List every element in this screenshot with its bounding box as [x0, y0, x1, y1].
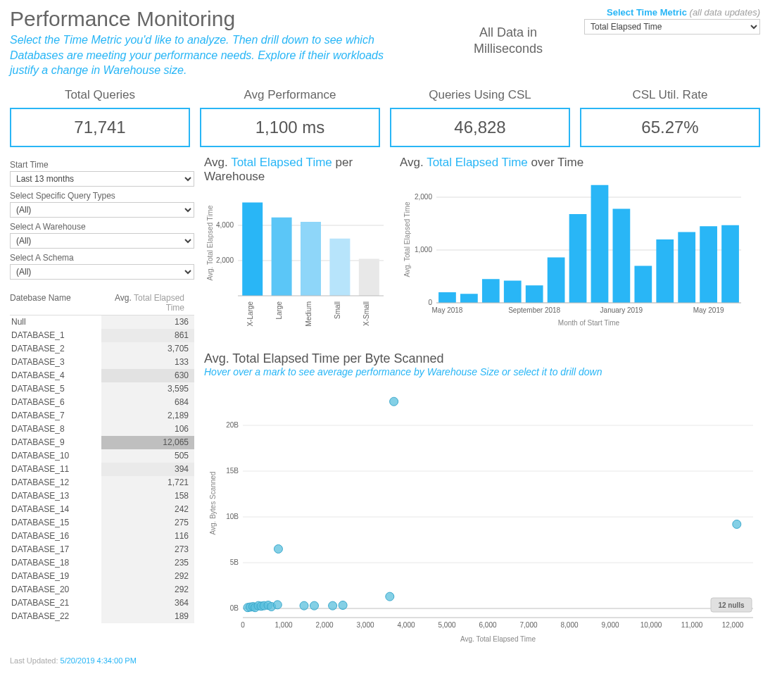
svg-text:11,000: 11,000 — [681, 621, 703, 629]
svg-rect-6 — [272, 218, 292, 296]
table-row[interactable]: DATABASE_72,189 — [10, 409, 194, 423]
svg-rect-28 — [569, 214, 587, 303]
page-subtitle: Select the Time Metric you'd like to ana… — [10, 32, 404, 78]
table-header-metric[interactable]: Avg. Total Elapsed Time — [101, 293, 194, 313]
svg-text:4,000: 4,000 — [397, 621, 415, 629]
svg-text:10B: 10B — [226, 513, 239, 520]
time-chart-title: Avg. Total Elapsed Time over Time — [400, 156, 760, 170]
svg-text:15B: 15B — [226, 467, 239, 475]
svg-point-81 — [329, 601, 337, 610]
table-row[interactable]: DATABASE_18235 — [10, 556, 194, 570]
filter-start-time-label: Start Time — [10, 160, 194, 170]
svg-text:2,000: 2,000 — [315, 621, 333, 629]
time-metric-label: Select Time Metric (all data updates) — [584, 7, 760, 18]
table-row[interactable]: DATABASE_20292 — [10, 583, 194, 596]
svg-text:5B: 5B — [230, 558, 239, 566]
svg-text:12,000: 12,000 — [722, 621, 744, 629]
table-row[interactable]: DATABASE_3133 — [10, 356, 194, 369]
svg-text:2,000: 2,000 — [216, 256, 234, 264]
svg-point-77 — [273, 601, 282, 609]
table-row[interactable]: DATABASE_23,705 — [10, 342, 194, 356]
table-row[interactable]: DATABASE_1861 — [10, 329, 194, 342]
units-hint: All Data in Milliseconds — [474, 25, 543, 56]
filter-query-types[interactable]: (All) — [10, 202, 194, 218]
svg-rect-24 — [482, 279, 500, 303]
svg-rect-12 — [359, 258, 379, 296]
time-bar-chart[interactable]: 01,0002,000May 2018September 2018January… — [400, 173, 745, 335]
filter-warehouse[interactable]: (All) — [10, 233, 194, 249]
table-row[interactable]: DATABASE_17273 — [10, 543, 194, 556]
table-header-name[interactable]: Datebase Name — [10, 293, 101, 313]
filter-query-types-label: Select Specific Query Types — [10, 191, 194, 201]
warehouse-chart-title: Avg. Total Elapsed Time per Warehouse — [204, 156, 387, 184]
filter-schema[interactable]: (All) — [10, 264, 194, 280]
time-metric-select[interactable]: Total Elapsed Time — [584, 19, 760, 35]
table-row[interactable]: DATABASE_15275 — [10, 516, 194, 530]
table-row[interactable]: DATABASE_11394 — [10, 463, 194, 476]
table-row[interactable]: Null136 — [10, 315, 194, 329]
table-row[interactable]: DATABASE_912,065 — [10, 436, 194, 449]
kpi-value-1[interactable]: 1,100 ms — [200, 108, 380, 147]
database-table-body[interactable]: Null136DATABASE_1861DATABASE_23,705DATAB… — [10, 315, 194, 636]
table-row[interactable]: DATABASE_19292 — [10, 570, 194, 583]
table-row[interactable]: DATABASE_4630 — [10, 369, 194, 382]
table-row[interactable]: DATABASE_22189 — [10, 610, 194, 623]
svg-rect-22 — [438, 292, 456, 303]
kpi-title-3: CSL Util. Rate — [580, 88, 760, 102]
svg-rect-33 — [678, 232, 695, 303]
warehouse-bar-chart[interactable]: 2,0004,000X-LargeLargeMediumSmallX-Small… — [204, 187, 387, 335]
svg-text:3,000: 3,000 — [356, 621, 374, 629]
scatter-chart[interactable]: 0B5B10B15B20B01,0002,0003,0004,0005,0006… — [204, 382, 760, 649]
svg-text:January 2019: January 2019 — [600, 306, 643, 314]
filter-start-time[interactable]: Last 13 months — [10, 171, 194, 187]
table-row[interactable]: DATABASE_10505 — [10, 449, 194, 463]
kpi-value-2[interactable]: 46,828 — [390, 108, 570, 147]
kpi-value-0[interactable]: 71,741 — [10, 108, 190, 147]
svg-text:0B: 0B — [230, 604, 239, 612]
kpi-title-1: Avg Performance — [200, 88, 380, 102]
svg-point-80 — [310, 601, 319, 610]
svg-rect-29 — [591, 185, 609, 303]
svg-rect-10 — [329, 239, 350, 296]
table-row[interactable]: DATABASE_8106 — [10, 423, 194, 436]
svg-text:0: 0 — [241, 621, 245, 629]
svg-text:Avg. Total Elapsed Time: Avg. Total Elapsed Time — [403, 201, 411, 277]
svg-text:Avg. Total Elapsed Time: Avg. Total Elapsed Time — [206, 205, 214, 280]
svg-text:Avg. Bytes Scanned: Avg. Bytes Scanned — [209, 471, 217, 535]
svg-text:Small: Small — [334, 301, 341, 319]
svg-point-84 — [390, 397, 398, 406]
svg-point-83 — [386, 592, 394, 601]
svg-rect-32 — [656, 239, 674, 303]
table-row[interactable]: DATABASE_121,721 — [10, 476, 194, 489]
kpi-title-0: Total Queries — [10, 88, 190, 102]
svg-text:May 2019: May 2019 — [693, 306, 724, 314]
svg-text:Avg. Total Elapsed Time: Avg. Total Elapsed Time — [460, 635, 536, 643]
kpi-title-2: Queries Using CSL — [390, 88, 570, 102]
svg-text:10,000: 10,000 — [640, 621, 662, 629]
table-row[interactable]: DATABASE_16116 — [10, 530, 194, 543]
kpi-value-3[interactable]: 65.27% — [580, 108, 760, 147]
svg-text:6,000: 6,000 — [479, 621, 496, 629]
scatter-title: Avg. Total Elapsed Time per Byte Scanned — [204, 351, 760, 366]
svg-text:2,000: 2,000 — [415, 193, 432, 201]
svg-text:1,000: 1,000 — [415, 246, 432, 254]
svg-rect-27 — [548, 257, 565, 303]
svg-text:4,000: 4,000 — [216, 221, 234, 229]
table-row[interactable]: DATABASE_21364 — [10, 596, 194, 610]
page-title: Performance Monitoring — [10, 7, 404, 31]
svg-rect-8 — [301, 222, 321, 296]
table-row[interactable]: DATABASE_53,595 — [10, 382, 194, 396]
svg-text:9,000: 9,000 — [601, 621, 619, 629]
svg-point-79 — [300, 601, 308, 610]
svg-rect-35 — [721, 225, 739, 303]
table-row[interactable]: DATABASE_13158 — [10, 489, 194, 503]
svg-rect-30 — [613, 208, 631, 303]
last-updated: Last Updated: 5/20/2019 4:34:00 PM — [10, 656, 760, 665]
svg-text:5,000: 5,000 — [438, 621, 455, 629]
table-row[interactable]: DATABASE_6684 — [10, 396, 194, 409]
svg-rect-31 — [634, 265, 652, 303]
svg-rect-23 — [460, 294, 478, 303]
svg-text:12 nulls: 12 nulls — [718, 601, 745, 609]
svg-text:20B: 20B — [226, 421, 239, 429]
table-row[interactable]: DATABASE_14242 — [10, 503, 194, 516]
